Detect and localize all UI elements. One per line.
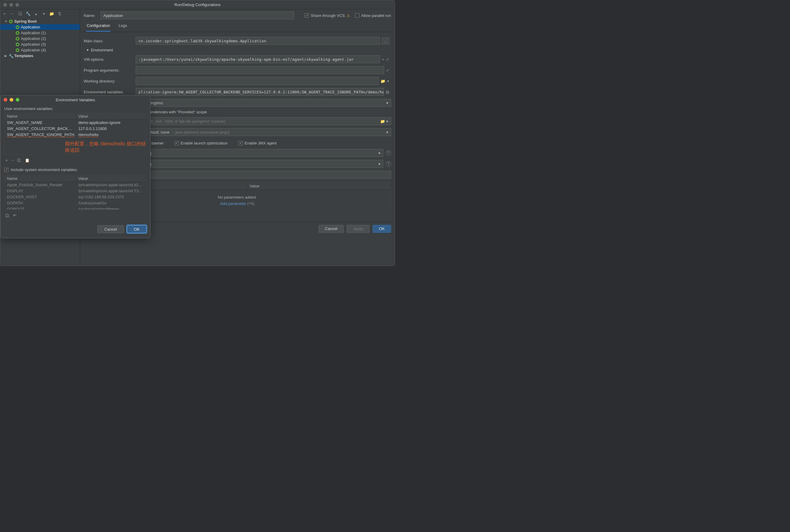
spring-boot-icon [15,37,20,41]
shorten-cmdline-select[interactable]: ocal default: none - java [options] clas… [136,128,391,136]
edit-env-button[interactable]: ▤ [386,90,389,94]
caret-down-icon: ▼ [4,20,7,23]
remove-row-icon[interactable]: − [12,158,14,163]
ptable-col-value: Value [247,183,391,190]
window-title: Run/Debug Configurations [174,2,220,7]
tree-item-label: Application (4) [21,48,46,52]
tree-group-label: Spring Boot [14,19,37,23]
sys-env-toolbar: ⿻ ↶ [4,212,147,220]
move-down-icon[interactable]: ▾ [41,11,46,16]
sys-col-name: Name [4,175,76,182]
ok-button[interactable]: OK [373,225,391,233]
annotation-text: 额外配置，忽略 /demo/hello 接口的链路追踪 [4,138,146,154]
program-args-input[interactable] [136,66,384,74]
copy-config-icon[interactable]: ⿻ [18,11,23,16]
spring-boot-icon [15,42,20,46]
environment-section-header[interactable]: ▼ Environment [86,48,391,52]
tree-item-application-3[interactable]: Application (3) [0,41,80,47]
sys-row[interactable]: DISPLAY/private/tmp/com.apple.launchd.T3… [4,188,146,194]
tree-toolbar: + − ⿻ 🔧 ▴ ▾ 📁 ⇅ [0,10,80,18]
paste-row-icon[interactable]: 📋 [25,158,30,163]
working-dir-input[interactable] [136,77,379,85]
folder-icon[interactable]: 📁 [49,11,54,16]
add-config-icon[interactable]: + [2,11,7,16]
tree-group-label: Templates [14,54,33,58]
svg-point-1 [10,21,12,22]
expand-icon[interactable]: ⤢ [386,68,389,73]
expand-icon[interactable]: ⤢ [386,57,389,62]
tree-item-application-2[interactable]: Application (2) [0,36,80,41]
sys-row[interactable]: Apple_PubSub_Socket_Render/private/tmp/c… [4,182,146,188]
env-vars-input[interactable]: plication-ignore;SW_AGENT_COLLECTOR_BACK… [136,88,384,96]
help-icon[interactable]: ? [386,150,391,156]
titlebar: Run/Debug Configurations [0,0,395,10]
env-row[interactable]: SW_AGENT_COLLECTOR_BACKEN...127.0.0.1:11… [4,126,146,132]
svg-point-5 [17,32,18,34]
module-classpath-select[interactable]: -39-springmvc▾ [136,99,391,107]
env-row[interactable]: SW_AGENT_TRACE_IGNORE_PATH/demo/hello [4,132,146,138]
folder-icon: 📁 [380,119,385,124]
main-class-input[interactable]: cn.iocoder.springboot.lab39.skywalkingde… [136,37,380,45]
env-vars-label: Environment variables: [84,90,136,94]
jre-select[interactable]: lt(1.8.0_144 - SDK of 'lab-39-springmvc'… [136,117,391,125]
include-system-checkbox[interactable] [4,168,8,172]
sys-row[interactable]: GOPATH/Users/yunai/Go [4,200,146,206]
folder-icon[interactable]: 📁 [381,79,385,83]
parallel-run-checkbox[interactable]: Allow parallel run [355,13,391,18]
copy-sys-icon[interactable]: ⿻ [5,213,9,218]
chevron-down-icon[interactable]: ▾ [387,79,389,83]
launch-opt-checkbox[interactable]: Enable launch optimization [175,141,228,146]
sys-row[interactable]: DOCKER_HOSTtcp://192.168.59.103:2375 [4,194,146,200]
caret-down-icon: ▼ [86,49,89,52]
undo-icon[interactable]: ↶ [13,213,16,218]
on-update-select[interactable]: nothing▾ [136,149,383,157]
close-dot[interactable] [4,98,7,101]
sort-icon[interactable]: ⇅ [57,11,62,16]
user-env-table: Name Value SW_AGENT_NAMEdemo-application… [4,113,147,154]
on-deactivate-select[interactable]: nothing▾ [136,160,383,168]
help-icon[interactable]: ? [386,161,391,167]
tab-configuration[interactable]: Configuration [86,21,111,32]
close-dot[interactable] [3,3,7,7]
env-toolbar: + − ⿻ 📋 [4,156,147,165]
browse-class-button[interactable]: ... [382,37,389,44]
env-col-value: Value [76,113,146,119]
tree-group-spring-boot[interactable]: ▼ Spring Boot [0,18,80,24]
svg-point-9 [17,43,18,45]
tree-item-application[interactable]: Application [0,24,80,30]
remove-config-icon[interactable]: − [10,11,15,16]
tree-item-label: Application [21,25,40,29]
copy-row-icon[interactable]: ⿻ [17,158,21,163]
share-vcs-checkbox[interactable]: Share through VCS ⚠ [305,13,350,18]
dialog-cancel-button[interactable]: Cancel [97,225,124,233]
tree-item-application-4[interactable]: Application (4) [0,47,80,53]
max-dot[interactable] [15,3,19,7]
min-dot[interactable] [10,98,13,101]
add-row-icon[interactable]: + [5,158,8,163]
min-dot[interactable] [9,3,13,7]
traffic-lights [3,3,19,7]
dialog-ok-button[interactable]: OK [127,225,147,233]
include-system-label: Include system environment variables: [11,168,78,172]
parallel-label: Allow parallel run [361,13,391,18]
program-args-label: Program arguments: [84,68,136,73]
apply-button[interactable]: Apply [347,225,369,233]
dialog-titlebar: Environment Variables [1,96,150,104]
cancel-button[interactable]: Cancel [319,225,344,233]
tab-logs[interactable]: Logs [118,21,128,32]
vm-options-input[interactable]: -javaagent:/Users/yunai/skywalking/apach… [136,55,380,63]
wrench-icon[interactable]: 🔧 [26,11,31,16]
config-tabs: Configuration Logs [80,21,395,32]
add-parameter-link[interactable]: Add parameter (^N) [220,201,255,206]
move-up-icon[interactable]: ▴ [34,11,38,16]
jmx-agent-checkbox[interactable]: Enable JMX agent [238,141,276,146]
tree-group-templates[interactable]: ▶ 🔧 Templates [0,53,80,59]
override-params-input[interactable] [128,171,391,179]
insert-macro-icon[interactable]: + [382,57,384,62]
name-input[interactable] [101,12,294,19]
tree-item-application-1[interactable]: Application (1) [0,30,80,36]
user-env-label: User environment variables: [4,107,147,111]
env-row[interactable]: SW_AGENT_NAMEdemo-application-ignore [4,120,146,126]
max-dot[interactable] [16,98,19,101]
sys-row[interactable]: GOROOT/usr/local/opt/go/libexec [4,206,146,209]
